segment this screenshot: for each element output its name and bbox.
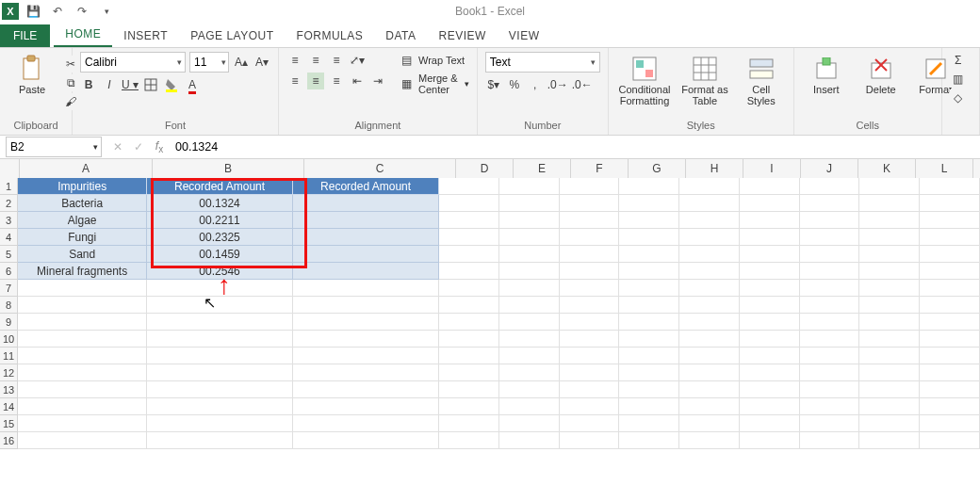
column-header-F[interactable]: F [571,159,629,179]
cell-B3[interactable]: 00.2211 [147,212,293,229]
cell-H1[interactable] [679,178,740,195]
cell-L14[interactable] [920,398,980,415]
cell-H12[interactable] [679,364,740,381]
row-header[interactable]: 13 [0,381,18,398]
cell-I6[interactable] [740,263,800,280]
cell-L1[interactable] [920,178,980,195]
paste-button[interactable]: Paste [8,52,57,97]
cell-E10[interactable] [499,331,560,348]
cell-K9[interactable] [859,314,920,331]
cell-I4[interactable] [740,229,800,246]
cell-A16[interactable] [18,432,147,449]
font-name-input[interactable] [81,56,173,69]
accounting-format-icon[interactable]: $▾ [485,76,502,93]
cell-G14[interactable] [619,398,679,415]
cell-K10[interactable] [859,331,920,348]
cell-D16[interactable] [439,432,499,449]
cell-K2[interactable] [859,195,920,212]
cell-F16[interactable] [560,432,620,449]
cell-D8[interactable] [439,297,499,314]
cell-F10[interactable] [560,331,620,348]
cell-G15[interactable] [619,415,679,432]
conditional-formatting-button[interactable]: Conditional Formatting [616,52,673,108]
undo-icon[interactable]: ↶ [47,2,68,21]
cell-J13[interactable] [800,381,860,398]
align-right-icon[interactable]: ≡ [328,73,345,89]
cell-K4[interactable] [859,229,920,246]
cell-B13[interactable] [147,381,293,398]
percent-format-icon[interactable]: % [506,76,523,93]
row-header[interactable]: 3 [0,212,18,229]
cell-B11[interactable] [147,348,293,364]
fill-color-icon[interactable] [163,76,180,93]
cell-G13[interactable] [619,381,679,398]
cell-L7[interactable] [920,280,980,297]
row-header[interactable]: 12 [0,364,18,381]
column-header-B[interactable]: B [153,159,304,179]
cell-K15[interactable] [859,415,920,432]
column-header-A[interactable]: A [20,159,153,179]
row-header[interactable]: 11 [0,348,18,364]
cell-G4[interactable] [619,229,679,246]
cell-D7[interactable] [439,280,499,297]
cell-B12[interactable] [147,364,293,381]
cell-K12[interactable] [859,364,920,381]
cell-C15[interactable] [293,415,439,432]
column-header-L[interactable]: L [916,159,973,179]
cell-A12[interactable] [18,364,147,381]
cell-I9[interactable] [740,314,800,331]
cell-F8[interactable] [560,297,620,314]
cell-K14[interactable] [859,398,920,415]
cell-E7[interactable] [499,280,560,297]
align-middle-icon[interactable]: ≡ [307,52,324,69]
cell-B9[interactable] [147,314,293,331]
cell-F15[interactable] [560,415,620,432]
cell-E14[interactable] [499,398,560,415]
font-size-input[interactable] [190,56,220,69]
cell-D13[interactable] [439,381,499,398]
cell-H3[interactable] [679,212,740,229]
tab-formulas[interactable]: FORMULAS [286,24,375,47]
cell-G3[interactable] [619,212,679,229]
cell-L16[interactable] [920,432,980,449]
cell-C16[interactable] [293,432,439,449]
align-top-icon[interactable]: ≡ [286,52,303,69]
row-header[interactable]: 8 [0,297,18,314]
cell-K8[interactable] [859,297,920,314]
cell-C8[interactable] [293,297,439,314]
comma-format-icon[interactable]: , [527,76,544,93]
cell-E3[interactable] [499,212,560,229]
cell-J16[interactable] [800,432,860,449]
cell-H6[interactable] [679,263,740,280]
cell-J15[interactable] [800,415,860,432]
cell-G7[interactable] [619,280,679,297]
cell-L5[interactable] [920,246,980,263]
cell-I7[interactable] [740,280,800,297]
cell-F13[interactable] [560,381,620,398]
cell-C11[interactable] [293,348,439,364]
cell-I8[interactable] [740,297,800,314]
column-header-E[interactable]: E [514,159,571,179]
fx-icon[interactable]: fx [149,139,170,154]
cell-F11[interactable] [560,348,620,364]
spreadsheet-grid[interactable]: ABCDEFGHIJKL 1ImpuritiesRecorded AmountR… [0,159,980,485]
cell-B2[interactable]: 00.1324 [147,195,293,212]
cell-E13[interactable] [499,381,560,398]
cell-A2[interactable]: Bacteria [18,195,147,212]
cell-H13[interactable] [679,381,740,398]
cell-H15[interactable] [679,415,740,432]
cell-I16[interactable] [740,432,800,449]
cell-J2[interactable] [800,195,860,212]
cell-C13[interactable] [293,381,439,398]
autosum-icon[interactable]: Σ [950,52,967,69]
font-name-combo[interactable]: ▾ [80,52,186,73]
cell-A11[interactable] [18,348,147,364]
cell-G6[interactable] [619,263,679,280]
column-header-I[interactable]: I [743,159,801,179]
cell-H7[interactable] [679,280,740,297]
cell-K7[interactable] [859,280,920,297]
cell-E15[interactable] [499,415,560,432]
cell-C5[interactable] [293,246,439,263]
increase-indent-icon[interactable]: ⇥ [369,73,386,89]
cell-H4[interactable] [679,229,740,246]
